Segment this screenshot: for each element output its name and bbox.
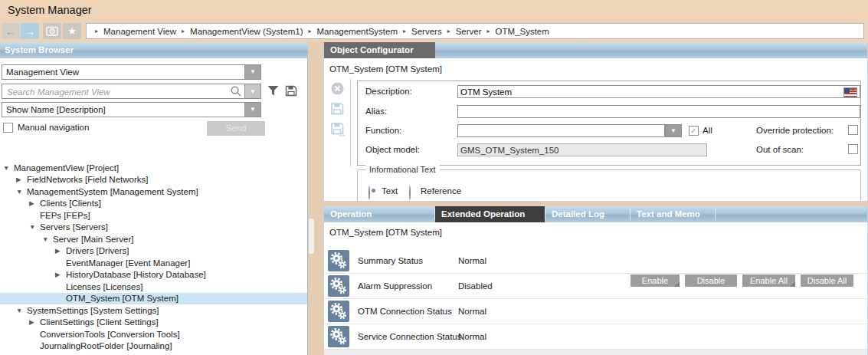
breadcrumb-item-otm-system[interactable]: OTM_System bbox=[496, 27, 549, 36]
tree-item-server[interactable]: ▼Server [Main Server] bbox=[0, 233, 307, 245]
manual-navigation-checkbox[interactable] bbox=[3, 123, 13, 133]
tab-extended-operation[interactable]: Extended Operation bbox=[435, 206, 545, 222]
tree-item-eventmanager[interactable]: EventManager [Event Manager] bbox=[0, 257, 307, 269]
discard-icon[interactable] bbox=[331, 82, 344, 95]
expand-arrow-icon[interactable]: ▶ bbox=[55, 271, 66, 278]
tree-item-systemsettings[interactable]: ▼SystemSettings [System Settings] bbox=[0, 304, 307, 317]
tab-detailed-log[interactable]: Detailed Log bbox=[545, 206, 630, 222]
properties-group: Description: Alias: Function: ▼ ✓ All Ov… bbox=[357, 81, 861, 166]
operation-name: Alarm Suppression bbox=[358, 281, 432, 291]
tree-item-fieldnetworks[interactable]: ▶FieldNetworks [Field Networks] bbox=[0, 174, 307, 186]
text-radio[interactable] bbox=[368, 186, 370, 200]
collapse-arrow-icon[interactable]: ▼ bbox=[29, 223, 40, 231]
tab-text-and-memo[interactable]: Text and Memo bbox=[631, 206, 715, 222]
tree-item-journalingrootfolder[interactable]: JournalingRootFolder [Journaling] bbox=[0, 340, 307, 353]
breadcrumb-item-management-view[interactable]: Management View bbox=[103, 27, 176, 36]
disable-all-button[interactable]: Disable All bbox=[801, 274, 853, 287]
breadcrumb-item-managementsystem[interactable]: ManagementSystem bbox=[317, 27, 398, 36]
system-manager-window: System Manager ← → ★ ▸Management View▸Ma… bbox=[0, 0, 868, 355]
function-dropdown-button[interactable]: ▼ bbox=[665, 124, 682, 137]
forward-button[interactable]: → bbox=[21, 23, 39, 39]
function-input[interactable] bbox=[457, 124, 665, 137]
collapse-arrow-icon[interactable]: ▼ bbox=[16, 307, 27, 314]
breadcrumb-arrow-icon: ▸ bbox=[182, 28, 185, 35]
splitter-handle[interactable] bbox=[309, 219, 314, 254]
tree: ▼ManagementView [Project]▶FieldNetworks … bbox=[0, 162, 307, 352]
collapse-arrow-icon[interactable]: ▼ bbox=[16, 188, 27, 196]
display-mode-dropdown-button[interactable]: ▼ bbox=[244, 103, 260, 117]
back-arrow-icon: ← bbox=[5, 25, 16, 38]
gear-icon[interactable] bbox=[328, 301, 349, 322]
tree-item-licenses[interactable]: Licenses [Licenses] bbox=[0, 281, 307, 293]
description-input[interactable] bbox=[457, 85, 860, 98]
operation-value: Normal bbox=[458, 307, 486, 316]
save-filter-icon[interactable] bbox=[285, 85, 297, 97]
language-flag-icon bbox=[843, 87, 857, 97]
collapse-arrow-icon[interactable]: ▼ bbox=[3, 164, 14, 172]
operation-row-otm-connection-status: OTM Connection StatusNormal bbox=[324, 299, 867, 324]
search-dropdown-button[interactable]: ▼ bbox=[244, 84, 260, 98]
tree-item-historydatabase[interactable]: ▶HistoryDatabase [History Database] bbox=[0, 269, 307, 281]
gear-icon[interactable] bbox=[328, 250, 349, 271]
recent-views-button[interactable] bbox=[43, 23, 61, 39]
tree-item-managementview[interactable]: ▼ManagementView [Project] bbox=[0, 162, 307, 174]
favorites-button[interactable]: ★ bbox=[63, 23, 81, 39]
icon-column-divider bbox=[350, 79, 351, 166]
tree-item-label: EventManager [Event Manager] bbox=[66, 258, 190, 268]
send-button[interactable]: Send bbox=[207, 121, 265, 136]
collapse-arrow-icon[interactable]: ▼ bbox=[42, 235, 53, 243]
text-radio-label: Text bbox=[382, 186, 398, 196]
tree-item-clients[interactable]: ▶Clients [Clients] bbox=[0, 198, 307, 210]
enable-all-button[interactable]: Enable All bbox=[742, 274, 795, 287]
disable-button[interactable]: Disable bbox=[685, 274, 737, 287]
tab-object-configurator[interactable]: Object Configurator bbox=[324, 42, 435, 58]
all-checkbox[interactable]: ✓ bbox=[689, 126, 699, 136]
reference-radio[interactable] bbox=[409, 186, 411, 200]
operation-buttons: EnableDisableEnable AllDisable All bbox=[631, 274, 853, 287]
view-selector-combo[interactable]: Management View ▼ bbox=[2, 64, 261, 80]
tree-item-clientsettings[interactable]: ▶ClientSettings [Client Settings] bbox=[0, 317, 307, 329]
tab-operation[interactable]: Operation bbox=[324, 206, 434, 222]
gear-icon[interactable] bbox=[328, 326, 349, 347]
gear-icon[interactable] bbox=[328, 275, 349, 297]
tab-strip: OperationExtended OperationDetailed LogT… bbox=[324, 206, 867, 222]
view-selector-dropdown-button[interactable]: ▼ bbox=[244, 65, 260, 79]
search-icon bbox=[230, 85, 242, 97]
tree-item-label: HistoryDatabase [History Database] bbox=[66, 270, 206, 279]
expand-arrow-icon[interactable]: ▶ bbox=[29, 199, 40, 207]
tree-item-conversiontools[interactable]: ConversionTools [Conversion Tools] bbox=[0, 328, 307, 340]
tree-item-drivers[interactable]: ▶Drivers [Drivers] bbox=[0, 245, 307, 258]
breadcrumb-item-managementview-system1-[interactable]: ManagementView (System1) bbox=[190, 27, 303, 36]
expand-arrow-icon[interactable]: ▶ bbox=[29, 318, 40, 326]
tree-item-label: FieldNetworks [Field Networks] bbox=[27, 175, 148, 184]
enable-button[interactable]: Enable bbox=[631, 274, 680, 287]
out-of-scan-checkbox[interactable] bbox=[848, 144, 858, 154]
tree-item-label: Clients [Clients] bbox=[40, 199, 101, 208]
tree-item-label: OTM_System [OTM System] bbox=[66, 294, 179, 303]
operation-row-summary-status: Summary StatusNormal bbox=[324, 248, 867, 274]
display-mode-combo[interactable]: Show Name [Description] ▼ bbox=[2, 102, 261, 117]
alias-label: Alias: bbox=[365, 107, 387, 116]
operation-value: Disabled bbox=[458, 281, 493, 291]
back-button[interactable]: ← bbox=[2, 23, 20, 39]
breadcrumb-item-servers[interactable]: Servers bbox=[411, 27, 442, 36]
out-of-scan-label: Out of scan: bbox=[756, 145, 804, 154]
search-input[interactable] bbox=[5, 85, 215, 98]
filter-icon[interactable] bbox=[267, 85, 280, 97]
tree-item-otm-system[interactable]: OTM_System [OTM System] bbox=[0, 293, 307, 305]
system-browser-header[interactable]: System Browser bbox=[0, 42, 308, 58]
chevron-down-icon: ▼ bbox=[250, 103, 256, 117]
next-row-strip bbox=[324, 350, 867, 355]
tree-item-servers[interactable]: ▼Servers [Servers] bbox=[0, 222, 307, 234]
object-path: OTM_System [OTM System] bbox=[329, 228, 442, 237]
breadcrumb-item-server[interactable]: Server bbox=[456, 27, 482, 36]
tree-item-feps[interactable]: FEPs [FEPs] bbox=[0, 209, 307, 222]
override-protection-checkbox[interactable] bbox=[848, 125, 858, 135]
expand-arrow-icon[interactable]: ▶ bbox=[16, 176, 27, 183]
alias-input[interactable] bbox=[457, 105, 860, 118]
save-icon[interactable] bbox=[330, 102, 344, 115]
save-as-icon[interactable] bbox=[330, 122, 345, 136]
tree-item-managementsystem[interactable]: ▼ManagementSystem [Management System] bbox=[0, 186, 307, 198]
operation-name: OTM Connection Status bbox=[358, 307, 452, 316]
expand-arrow-icon[interactable]: ▶ bbox=[55, 247, 66, 255]
